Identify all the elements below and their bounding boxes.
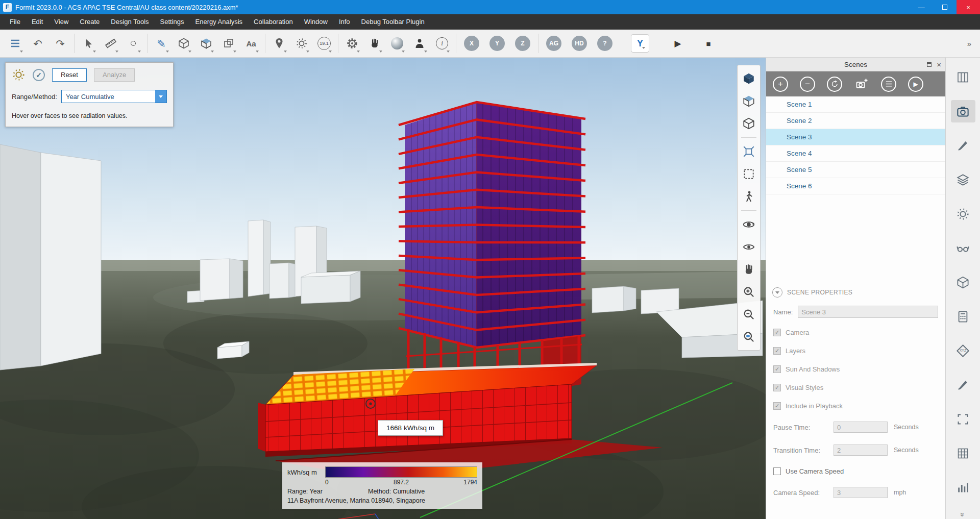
- primitive-box-tool-button[interactable]: [173, 31, 195, 56]
- walkthrough-button[interactable]: [739, 185, 759, 208]
- menu-file[interactable]: File: [4, 14, 26, 30]
- menu-view[interactable]: View: [48, 14, 74, 30]
- zoom-in-button[interactable]: [739, 281, 759, 303]
- hd-button[interactable]: HD: [572, 36, 587, 51]
- finish-check-icon[interactable]: ✓: [33, 69, 45, 81]
- transition-time-input[interactable]: [834, 444, 888, 456]
- zoom-window-button[interactable]: [739, 326, 759, 348]
- levels-button[interactable]: 19.1: [313, 31, 335, 56]
- menu-settings[interactable]: Settings: [155, 14, 190, 30]
- redo-button[interactable]: ↷: [49, 31, 71, 56]
- visual-styles-checkbox[interactable]: ✓: [773, 384, 781, 391]
- layers-panel-button[interactable]: [951, 168, 975, 191]
- sun-shadows-panel-button[interactable]: [951, 203, 975, 225]
- update-scene-button[interactable]: [827, 77, 842, 92]
- main-menu-button[interactable]: [4, 31, 27, 56]
- scene-list-item-1[interactable]: Scene 1: [766, 96, 945, 113]
- use-camera-speed-checkbox[interactable]: [773, 467, 781, 475]
- play-button[interactable]: ▶: [667, 31, 689, 56]
- look-around-button[interactable]: [739, 236, 759, 258]
- orbit-button[interactable]: [739, 213, 759, 236]
- location-panel-button[interactable]: XYZ: [951, 339, 975, 362]
- undock-panel-icon[interactable]: [927, 62, 932, 67]
- statistics-panel-button[interactable]: [951, 476, 975, 499]
- zoom-extents-button[interactable]: [739, 140, 759, 163]
- camera-checkbox[interactable]: ✓: [773, 329, 781, 336]
- sheets-panel-button[interactable]: [951, 442, 975, 464]
- select-tool-button[interactable]: [77, 31, 100, 56]
- sun-and-shadows-checkbox[interactable]: ✓: [773, 365, 781, 373]
- scene-list-item-4[interactable]: Scene 4: [766, 145, 945, 162]
- scene-list-item-6[interactable]: Scene 6: [766, 178, 945, 194]
- scene-properties-header[interactable]: SCENE PROPERTIES: [766, 284, 945, 301]
- view-3d-shaded-button[interactable]: [739, 67, 759, 90]
- combo-dropdown-button[interactable]: [155, 90, 166, 103]
- pan-button[interactable]: [739, 258, 759, 281]
- materials-sphere-button[interactable]: [386, 31, 408, 56]
- toolbar-overflow-button[interactable]: »: [963, 31, 976, 56]
- ag-button[interactable]: AG: [546, 36, 561, 51]
- menu-design-tools[interactable]: Design Tools: [105, 14, 154, 30]
- sketch-tool-button[interactable]: ✎: [150, 31, 173, 56]
- scene-options-button[interactable]: [881, 77, 896, 92]
- quantities-panel-button[interactable]: [951, 305, 975, 328]
- viewport-3d[interactable]: ✓ Reset Analyze Range/Method: Year Cumul…: [0, 58, 766, 519]
- layers-checkbox[interactable]: ✓: [773, 347, 781, 355]
- minimize-button[interactable]: —: [910, 0, 933, 14]
- pause-time-input[interactable]: [834, 422, 888, 433]
- content-library-panel-button[interactable]: [951, 271, 975, 293]
- scene-name-input[interactable]: [798, 306, 938, 318]
- stop-button[interactable]: ■: [697, 31, 720, 56]
- materials-panel-button[interactable]: [951, 134, 975, 157]
- mark-point-tool-button[interactable]: [122, 31, 144, 56]
- delete-scene-button[interactable]: −: [800, 77, 815, 92]
- close-panel-icon[interactable]: ×: [937, 60, 941, 69]
- more-panels-chevron-icon[interactable]: »: [959, 512, 967, 516]
- sun-shadows-button[interactable]: [290, 31, 313, 56]
- plugin-button[interactable]: Y: [631, 34, 649, 53]
- fit-view-panel-button[interactable]: [951, 408, 975, 430]
- close-button[interactable]: ×: [957, 0, 980, 14]
- range-method-select[interactable]: Year Cumulative: [61, 90, 167, 103]
- collaborators-button[interactable]: [408, 31, 431, 56]
- zoom-out-button[interactable]: [739, 303, 759, 326]
- help-button[interactable]: ?: [597, 36, 612, 51]
- menu-create[interactable]: Create: [74, 14, 105, 30]
- view-3d-half-button[interactable]: [739, 90, 759, 112]
- reset-button[interactable]: Reset: [52, 68, 87, 82]
- scene-list-item-5[interactable]: Scene 5: [766, 162, 945, 178]
- capture-scene-button[interactable]: [854, 77, 869, 92]
- menu-edit[interactable]: Edit: [26, 14, 48, 30]
- annotation-panel-button[interactable]: [951, 374, 975, 396]
- menu-collaboration[interactable]: Collaboration: [248, 14, 299, 30]
- text-tool-button[interactable]: Aa: [240, 31, 262, 56]
- view-3d-wireframe-button[interactable]: [739, 112, 759, 135]
- scene-list-item-3-selected[interactable]: Scene 3: [766, 129, 945, 145]
- menu-energy-analysis[interactable]: Energy Analysis: [190, 14, 249, 30]
- maximize-button[interactable]: [933, 0, 957, 14]
- add-scene-button[interactable]: +: [773, 77, 788, 92]
- scene-list-item-2[interactable]: Scene 2: [766, 113, 945, 129]
- settings-button[interactable]: [341, 31, 363, 56]
- group-tool-button[interactable]: [217, 31, 240, 56]
- pan-hand-button[interactable]: [363, 31, 386, 56]
- section-box-button[interactable]: [739, 163, 759, 185]
- menu-info[interactable]: Info: [333, 14, 356, 30]
- camera-speed-input[interactable]: [834, 487, 888, 498]
- info-button[interactable]: i: [431, 31, 453, 56]
- visual-styles-panel-button[interactable]: [951, 237, 975, 259]
- properties-panel-button[interactable]: [951, 66, 975, 88]
- z-axis-button[interactable]: Z: [515, 36, 530, 51]
- y-axis-button[interactable]: Y: [489, 36, 505, 51]
- include-in-playback-checkbox[interactable]: ✓: [773, 402, 781, 410]
- scenes-panel-button[interactable]: [951, 100, 975, 122]
- location-button[interactable]: [268, 31, 290, 56]
- menu-debug-toolbar-plugin[interactable]: Debug Toolbar Plugin: [356, 14, 430, 30]
- x-axis-button[interactable]: X: [464, 36, 479, 51]
- menu-window[interactable]: Window: [299, 14, 333, 30]
- analyze-button[interactable]: Analyze: [94, 68, 135, 82]
- play-presentation-button[interactable]: ▶: [908, 77, 923, 92]
- modify-tool-button[interactable]: [195, 31, 217, 56]
- measure-tool-button[interactable]: [100, 31, 122, 56]
- undo-button[interactable]: ↶: [27, 31, 49, 56]
